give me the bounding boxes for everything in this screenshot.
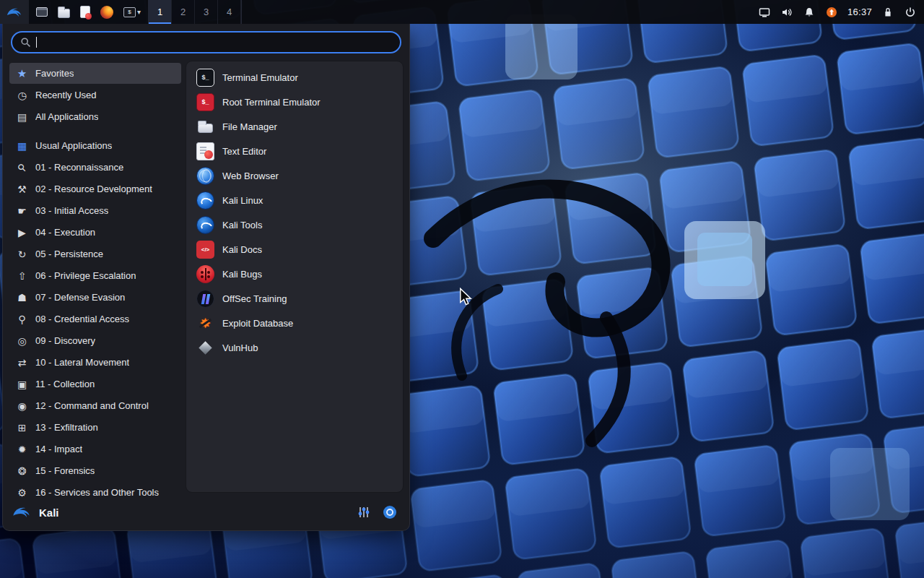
search-icon [20,37,31,48]
app-text-editor[interactable]: Text Editor [189,139,400,163]
taskbar-file-manager-button[interactable] [53,0,74,24]
category-04-execution[interactable]: ▶ 04 - Execution [9,222,181,243]
text-editor-icon [80,6,90,18]
window-icon [36,7,48,17]
terminal-icon [196,69,214,87]
category-label: 11 - Collection [35,379,95,389]
category-02-resource-development[interactable]: ⚒ 02 - Resource Development [9,178,181,199]
category-all-applications[interactable]: ▤ All Applications [9,106,181,127]
kali-menu-icon [6,4,23,21]
radar-icon: ◎ [15,336,29,346]
app-label: Kali Docs [222,244,262,255]
app-kali-tools[interactable]: Kali Tools [189,212,400,237]
category-label: 10 - Lateral Movement [35,357,129,368]
category-06-privilege-escalation[interactable]: ⇧ 06 - Privilege Escalation [9,265,181,286]
taskbar-firefox-button[interactable] [96,0,118,24]
lock-icon[interactable] [881,6,894,19]
app-kali-linux[interactable]: Kali Linux [189,188,400,212]
category-12-command-and-control[interactable]: ◉ 12 - Command and Control [9,395,181,416]
hammer-icon: ⚒ [15,184,29,194]
key-icon: ⚲ [15,314,29,324]
whisker-menu: ★ Favorites ◷ Recently Used ▤ All Applic… [2,24,410,531]
category-label: 04 - Execution [35,227,95,238]
app-terminal-emulator[interactable]: Terminal Emulator [189,65,400,90]
category-09-discovery[interactable]: ◎ 09 - Discovery [9,330,181,351]
app-offsec-training[interactable]: OffSec Training [189,286,400,311]
category-favorites[interactable]: ★ Favorites [9,63,181,84]
hand-icon: ☛ [15,206,29,216]
applications-menu-button[interactable] [0,0,29,24]
notifications-icon[interactable] [803,6,816,19]
category-usual-applications[interactable]: ▦ Usual Applications [9,135,181,156]
run-icon: ▶ [15,228,29,238]
system-tray: 16:37 [758,0,924,24]
app-web-browser[interactable]: Web Browser [189,163,400,188]
volume-icon[interactable] [780,6,793,19]
kali-logo-icon [12,502,32,522]
category-14-impact[interactable]: ✹ 14 - Impact [9,439,181,460]
display-icon[interactable] [758,6,771,19]
panel-clock[interactable]: 16:37 [847,7,872,17]
category-label: 12 - Command and Control [35,400,149,411]
shield-icon: ☗ [15,293,29,303]
category-label: Usual Applications [35,140,112,151]
user-name: Kali [39,506,59,519]
category-15-forensics[interactable]: ❂ 15 - Forensics [9,460,181,481]
text-editor-icon [196,142,214,160]
category-10-lateral-movement[interactable]: ⇄ 10 - Lateral Movement [9,352,181,373]
category-05-persistence[interactable]: ↻ 05 - Persistence [9,243,181,264]
category-recently-used[interactable]: ◷ Recently Used [9,85,181,105]
app-root-terminal-emulator[interactable]: Root Terminal Emulator [189,90,400,114]
workspace-4[interactable]: 4 [218,0,241,24]
app-label: Root Terminal Emulator [222,97,321,108]
terminal-icon [123,7,136,17]
category-label: 09 - Discovery [35,335,95,346]
workspace-switcher: 1 2 3 4 [149,0,241,24]
workspace-2[interactable]: 2 [172,0,195,24]
search-box[interactable] [11,31,401,53]
top-panel: ▾ 1 2 3 4 16:37 [0,0,924,24]
app-kali-bugs[interactable]: Kali Bugs [189,262,400,286]
category-label: 06 - Privilege Escalation [35,270,136,281]
category-08-credential-access[interactable]: ⚲ 08 - Credential Access [9,309,181,329]
category-list: ★ Favorites ◷ Recently Used ▤ All Applic… [9,61,181,493]
arrows-icon: ⇄ [15,358,29,368]
power-icon[interactable] [904,6,917,19]
app-label: Exploit Database [222,318,293,329]
app-vulnhub[interactable]: VulnHub [189,335,400,360]
refresh-icon: ↻ [15,249,29,259]
category-11-collection[interactable]: ▣ 11 - Collection [9,374,181,394]
app-label: File Manager [222,121,277,132]
app-label: Text Editor [222,146,266,157]
app-kali-docs[interactable]: Kali Docs [189,237,400,262]
taskbar: ▾ [29,0,148,24]
app-exploit-database[interactable]: Exploit Database [189,311,400,335]
taskbar-window-button[interactable] [32,0,52,24]
menu-footer: Kali [3,497,409,530]
search-input[interactable] [42,37,392,48]
offsec-icon [196,290,214,308]
exploit-db-icon [196,314,214,332]
category-07-defense-evasion[interactable]: ☗ 07 - Defense Evasion [9,287,181,308]
list-icon: ▤ [15,112,29,122]
category-label: 03 - Initial Access [35,205,108,216]
app-file-manager[interactable]: File Manager [189,114,400,139]
workspace-3[interactable]: 3 [195,0,218,24]
app-label: Kali Tools [222,220,262,230]
app-label: Web Browser [222,171,279,181]
category-label: 02 - Resource Development [35,184,152,194]
kali-bugs-icon [196,265,214,283]
kali-tools-icon [196,216,214,234]
firefox-icon [100,6,113,19]
taskbar-text-editor-button[interactable] [76,0,95,24]
category-13-exfiltration[interactable]: ⊞ 13 - Exfiltration [9,417,181,438]
workspace-1[interactable]: 1 [149,0,172,24]
search-area [3,24,409,59]
taskbar-terminal-group-button[interactable]: ▾ [119,0,145,24]
category-01-reconnaissance[interactable]: ⚲ 01 - Reconnaissance [9,157,181,178]
web-browser-icon [196,167,214,185]
power-circle-icon[interactable] [380,503,399,522]
settings-sliders-icon[interactable] [354,503,373,522]
updates-icon[interactable] [825,6,838,19]
category-03-initial-access[interactable]: ☛ 03 - Initial Access [9,200,181,221]
